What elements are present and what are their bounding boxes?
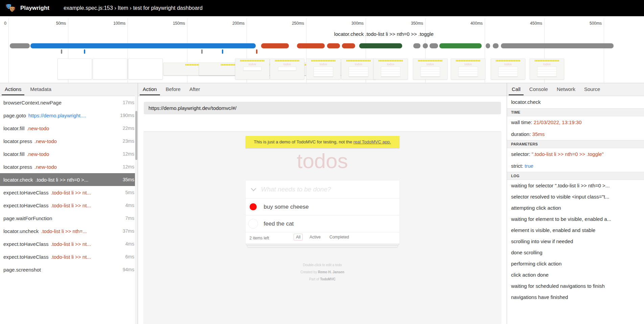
action-list-item[interactable]: locator.check.todo-list li >> nth=0 >...…: [0, 173, 138, 186]
todo-toggle[interactable]: [248, 219, 258, 229]
timeline-tick-label: 300ms: [351, 21, 366, 26]
actions-list-scrollbar[interactable]: [135, 96, 138, 324]
action-name: browserContext.newPage: [3, 100, 62, 106]
call-tab-source[interactable]: Source: [584, 83, 600, 95]
thumb-todo-card: [243, 67, 261, 71]
filter-completed[interactable]: Completed: [327, 234, 351, 240]
new-todo-input[interactable]: What needs to be done?: [246, 181, 399, 199]
thumb-todos-title: todos: [235, 63, 269, 66]
scrollbar-thumb[interactable]: [135, 111, 137, 160]
action-list-item[interactable]: page.screenshot94ms: [0, 263, 138, 276]
actions-tab-metadata[interactable]: Metadata: [30, 83, 51, 95]
snapshot-panel-tabbar: ActionBeforeAfter: [138, 83, 507, 96]
timeline-action-bar[interactable]: [439, 43, 482, 48]
call-tab-network[interactable]: Network: [557, 83, 575, 95]
timeline-action-bar[interactable]: [342, 43, 355, 48]
action-list-item[interactable]: expect.toHaveClass.todo-list li >> nt...…: [0, 199, 138, 212]
timeline-tick-label: 200ms: [232, 21, 247, 26]
timeline-gridline: [128, 18, 128, 83]
todo-item[interactable]: feed the cat: [246, 215, 399, 232]
log-entry: attempting click action: [507, 202, 644, 213]
filmstrip-thumbnail[interactable]: [128, 59, 163, 79]
timeline-action-bar[interactable]: [327, 43, 340, 48]
action-selector: https://demo.playwright....: [28, 113, 86, 118]
timeline-action-bar[interactable]: [501, 43, 614, 48]
call-tab-console[interactable]: Console: [529, 83, 548, 95]
actions-tab-actions[interactable]: Actions: [5, 83, 21, 95]
filmstrip-thumbnail[interactable]: todos: [306, 59, 341, 79]
timeline-tick-label: 0: [4, 21, 8, 26]
snapshot-info-line: Created by Remo H. Jansen: [144, 269, 501, 276]
action-list-item[interactable]: page.gotohttps://demo.playwright....190m…: [0, 109, 138, 122]
filter-active[interactable]: Active: [307, 234, 323, 240]
action-name: page.waitForFunction: [3, 215, 52, 221]
action-list-item[interactable]: expect.toHaveClass.todo-list li >> nt...…: [0, 250, 138, 263]
action-list-item[interactable]: locator.press.new-todo12ms: [0, 160, 138, 173]
timeline-action-bar[interactable]: [493, 43, 499, 48]
timeline-event-marker: [201, 49, 203, 54]
action-selector: .todo-list li >> nt...: [51, 241, 91, 247]
snapshot-url: https://demo.playwright.dev/todomvc/#/: [144, 102, 501, 114]
action-list-item[interactable]: page.waitForFunction7ms: [0, 212, 138, 225]
action-list-item[interactable]: locator.uncheck.todo-list li >> nth=...3…: [0, 225, 138, 237]
filmstrip-thumbnail[interactable]: [58, 59, 92, 79]
thumb-todo-card: [537, 67, 557, 77]
call-tab-call[interactable]: Call: [512, 83, 521, 95]
filmstrip-thumbnail[interactable]: todos: [373, 59, 408, 79]
filmstrip-thumbnail[interactable]: todos: [451, 59, 485, 79]
thumb-todos-title: todos: [306, 63, 340, 66]
snapshot-tab-after[interactable]: After: [189, 83, 200, 95]
todo-item[interactable]: buy some cheese: [246, 199, 399, 215]
timeline-action-bar[interactable]: [30, 43, 256, 48]
filmstrip-thumbnail[interactable]: todos: [491, 59, 525, 79]
action-name: expect.toHaveClass: [3, 254, 48, 260]
filmstrip-thumbnail[interactable]: todos: [341, 59, 376, 79]
filmstrip-thumbnail[interactable]: todos: [413, 59, 447, 79]
filmstrip-thumbnail[interactable]: [93, 59, 127, 79]
timeline-action-bar[interactable]: [359, 43, 402, 48]
thumb-banner-strip: [418, 60, 442, 62]
action-list-item[interactable]: expect.toHaveClass.todo-list li >> nt...…: [0, 186, 138, 199]
timeline-action-bar[interactable]: [297, 43, 325, 48]
timeline-event-marker: [84, 49, 85, 54]
action-duration: 17ms: [121, 100, 134, 105]
app-title: Playwright: [20, 5, 49, 11]
snapshot-tab-before[interactable]: Before: [166, 83, 181, 95]
action-list-item[interactable]: expect.toHaveClass.todo-list li >> nt...…: [0, 237, 138, 250]
action-duration: 37ms: [121, 228, 134, 234]
snapshot-tab-action[interactable]: Action: [143, 83, 157, 95]
detail-value: true: [525, 163, 533, 169]
todo-card: What needs to be done? buy some cheesefe…: [246, 181, 399, 244]
action-list-item[interactable]: locator.fill.new-todo12ms: [0, 147, 138, 160]
todo-toggle[interactable]: [248, 202, 258, 212]
timeline-action-bar[interactable]: [486, 43, 490, 48]
app-header: Playwright example.spec.js:153 › Item › …: [0, 0, 644, 16]
action-name: page.goto: [3, 113, 26, 118]
action-list-item[interactable]: browserContext.newPage17ms: [0, 96, 138, 109]
log-entry: waiting for element to be visible, enabl…: [507, 213, 644, 225]
timeline-gridline: [604, 18, 604, 83]
action-name: locator.fill: [3, 125, 25, 131]
timeline[interactable]: 050ms100ms150ms200ms250ms300ms350ms400ms…: [0, 16, 644, 83]
timeline-action-bar[interactable]: [413, 43, 420, 48]
timeline-action-bar[interactable]: [430, 43, 438, 48]
filmstrip-thumbnail[interactable]: todos: [270, 59, 304, 79]
toggle-all-chevron-icon[interactable]: [251, 186, 256, 191]
action-list-item[interactable]: locator.fill.new-todo22ms: [0, 122, 138, 135]
call-detail-row: duration: 35ms: [507, 128, 644, 140]
action-duration: 6ms: [123, 254, 134, 259]
banner-link[interactable]: real TodoMVC app.: [353, 139, 391, 144]
filmstrip-thumbnail[interactable]: todos: [530, 59, 564, 79]
thumb-todos-title: todos: [451, 63, 485, 66]
todo-filters: AllActiveCompleted: [246, 235, 399, 239]
action-name: expect.toHaveClass: [3, 241, 48, 247]
filmstrip-thumbnail[interactable]: todos: [235, 59, 270, 79]
thumb-banner-strip: [456, 60, 480, 62]
timeline-action-bar[interactable]: [423, 43, 428, 48]
thumb-todo-card: [349, 67, 368, 77]
filter-all[interactable]: All: [294, 234, 303, 240]
timeline-action-bar[interactable]: [261, 43, 289, 48]
todo-list: buy some cheesefeed the cat: [246, 199, 399, 232]
action-list-item[interactable]: locator.press.new-todo23ms: [0, 135, 138, 147]
timeline-action-bar[interactable]: [10, 43, 30, 48]
